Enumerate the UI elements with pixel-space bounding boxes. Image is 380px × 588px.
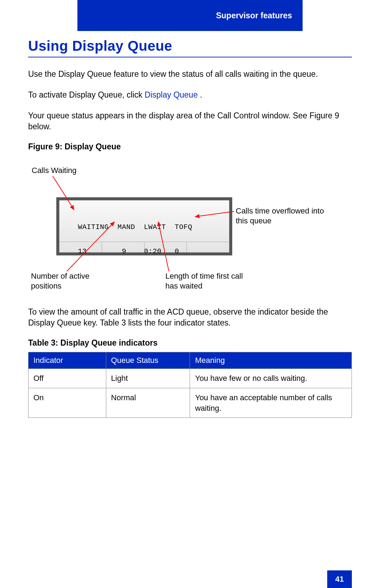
callout-lwait: Length of time first call has waited [165,271,246,291]
th-indicator: Indicator [28,352,106,369]
figure-caption: Figure 9: Display Queue [28,142,352,151]
display-queue-link[interactable]: Display Queue [145,90,198,99]
paragraph-4: To view the amount of call traffic in th… [28,307,352,328]
th-meaning: Meaning [190,352,352,369]
callout-overflow: Calls time overflowed into this queue [236,206,327,225]
paragraph-2: To activate Display Queue, click Display… [28,89,352,100]
paragraph-1: Use the Display Queue feature to view th… [28,69,352,80]
cell-status: Normal [106,388,190,417]
lcd-inner: WAITING MAND LWAIT TOFQ 13 9 0:20 0 [59,200,229,253]
paragraph-3: Your queue status appears in the display… [28,110,352,132]
th-queue-status: Queue Status [106,352,190,369]
header-bar: Supervisor features [77,0,303,31]
cell-meaning: You have an acceptable number of calls w… [190,388,352,417]
cell-meaning: You have few or no calls waiting. [190,369,352,388]
callout-calls-waiting: Calls Waiting [32,166,77,175]
indicators-table: Indicator Queue Status Meaning Off Light… [28,352,352,418]
paragraph-2b: . [198,90,202,99]
lcd-text: WAITING MAND LWAIT TOFQ 13 9 0:20 0 [59,207,229,272]
page-number-value: 41 [335,575,344,584]
cell-indicator: Off [28,369,106,388]
page-content: Using Display Queue Use the Display Queu… [28,38,352,418]
figure-9: Calls Waiting WAITING MAND LWAIT TOFQ 13… [28,166,352,299]
page-number: 41 [327,570,352,588]
table-row: Off Light You have few or no calls waiti… [28,369,352,388]
softkey-1 [59,242,102,252]
table-header-row: Indicator Queue Status Meaning [28,352,352,369]
cell-status: Light [106,369,190,388]
callout-active: Number of active positions [31,271,101,291]
cell-indicator: On [28,388,106,417]
table-caption: Table 3: Display Queue indicators [28,338,352,348]
softkey-4 [187,242,229,252]
softkey-3 [145,242,187,252]
softkey-2 [102,242,145,252]
softkey-bar [59,242,229,252]
table-row: On Normal You have an acceptable number … [28,388,352,417]
page-title: Using Display Queue [28,38,352,57]
lcd-display-panel: WAITING MAND LWAIT TOFQ 13 9 0:20 0 [56,197,232,255]
section-label: Supervisor features [216,11,292,20]
paragraph-2a: To activate Display Queue, click [28,90,145,99]
lcd-line-1: WAITING MAND LWAIT TOFQ [74,223,229,231]
